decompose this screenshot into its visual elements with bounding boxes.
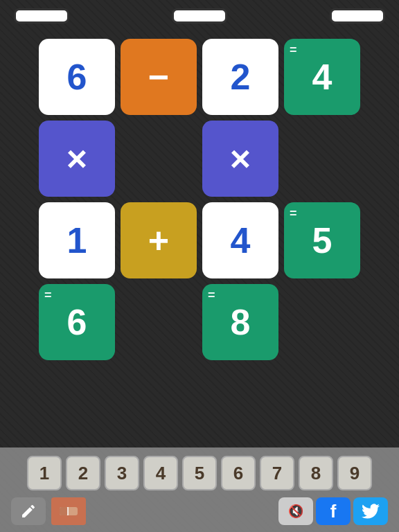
grid-cell-r0c3[interactable]: =4 <box>284 39 360 115</box>
toolbar: 123456789 🔇 f <box>0 447 399 532</box>
social-group: 🔇 f <box>278 497 388 525</box>
grid-cell-r2c3[interactable]: =5 <box>284 202 360 278</box>
number-button-9[interactable]: 9 <box>337 456 372 490</box>
grid-cell-r0c1[interactable]: − <box>121 39 197 115</box>
grid-layout: 6−2=4××1+4=5=6=8 <box>39 39 360 360</box>
cell-value: × <box>66 138 87 179</box>
grid-cell-r3c2[interactable]: =8 <box>202 284 278 360</box>
pencil-button[interactable] <box>11 497 46 525</box>
tool-row: 🔇 f <box>11 497 388 525</box>
back-button[interactable] <box>14 8 69 24</box>
grid-cell-r1c0[interactable]: × <box>39 121 115 197</box>
equals-indicator: = <box>290 43 297 57</box>
equals-indicator: = <box>208 288 215 303</box>
number-button-8[interactable]: 8 <box>299 456 333 490</box>
grid-cell-r3c0[interactable]: =6 <box>39 284 115 360</box>
grid-cell-r1c2[interactable]: × <box>202 121 278 197</box>
grid-cell-r2c2[interactable]: 4 <box>202 202 278 278</box>
grid-cell-r2c0[interactable]: 1 <box>39 202 115 278</box>
cell-value: 5 <box>312 220 332 261</box>
facebook-icon: f <box>330 501 337 522</box>
number-button-5[interactable]: 5 <box>182 456 217 490</box>
cell-value: + <box>148 220 169 261</box>
grid-cell-r2c1[interactable]: + <box>121 202 197 278</box>
cell-value: 4 <box>312 56 332 98</box>
facebook-button[interactable]: f <box>316 497 351 525</box>
cell-value: 2 <box>231 56 251 98</box>
number-row: 123456789 <box>11 456 388 490</box>
grid-cell-r1c3 <box>284 121 360 197</box>
puzzle-grid: 6−2=4××1+4=5=6=8 <box>0 39 399 360</box>
grid-cell-r0c0[interactable]: 6 <box>39 39 115 115</box>
grid-cell-r3c3 <box>284 284 360 360</box>
number-button-7[interactable]: 7 <box>260 456 294 490</box>
equals-indicator: = <box>44 288 52 303</box>
new-button[interactable] <box>330 8 385 24</box>
cell-value: 6 <box>67 301 87 343</box>
cell-value: 6 <box>67 56 87 98</box>
grid-cell-r0c2[interactable]: 2 <box>202 39 278 115</box>
number-button-6[interactable]: 6 <box>221 456 256 490</box>
solve-button[interactable] <box>172 8 227 24</box>
cell-value: 4 <box>231 220 251 261</box>
mute-icon: 🔇 <box>288 504 303 519</box>
number-button-1[interactable]: 1 <box>27 456 62 490</box>
cell-value: − <box>148 56 169 98</box>
number-button-3[interactable]: 3 <box>105 456 139 490</box>
cell-value: 1 <box>67 220 87 261</box>
svg-rect-1 <box>60 507 68 515</box>
number-button-4[interactable]: 4 <box>143 456 178 490</box>
cell-value: × <box>230 138 251 179</box>
grid-cell-r1c1 <box>121 121 197 197</box>
grid-cell-r3c1 <box>121 284 197 360</box>
number-button-2[interactable]: 2 <box>66 456 100 490</box>
twitter-button[interactable] <box>353 497 388 525</box>
eraser-button[interactable] <box>51 497 86 525</box>
twitter-icon <box>362 504 380 519</box>
cell-value: 8 <box>231 301 251 343</box>
mute-button[interactable]: 🔇 <box>278 497 313 525</box>
equals-indicator: = <box>290 206 297 221</box>
